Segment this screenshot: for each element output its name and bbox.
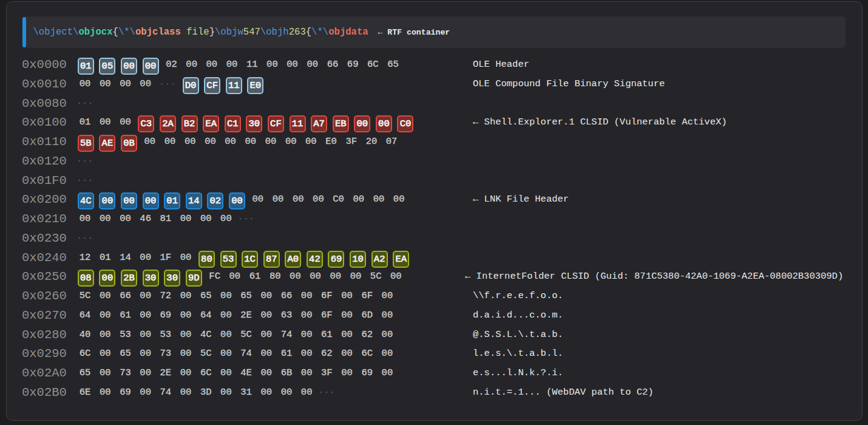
hex-byte: 74 (155, 386, 175, 399)
row-annotation: l.e.s.\.t.a.b.l. (473, 347, 563, 361)
hex-byte: 00 (95, 77, 115, 91)
hex-byte: E0 (321, 135, 341, 149)
hex-byte: 3D (196, 386, 216, 399)
hex-byte: 00 (297, 308, 317, 322)
hex-byte-highlight-slate: 05 (99, 58, 115, 75)
hex-byte: 5C (75, 289, 95, 303)
hex-byte: 00 (220, 135, 240, 149)
hex-byte: 00 (337, 289, 357, 303)
hex-byte: 00 (240, 135, 260, 149)
hex-byte: 6C (357, 347, 377, 361)
hex-byte: 00 (337, 328, 357, 342)
row-annotation: \\f.r.e.e.f.o.o. (473, 289, 563, 303)
hex-byte: 00 (268, 192, 288, 206)
hex-byte: 00 (262, 58, 282, 72)
ellipsis-bytes: ··· (155, 77, 180, 91)
hex-byte-highlight-slate: 01 (78, 58, 94, 75)
hex-byte: 00 (135, 289, 155, 303)
hex-byte: 00 (297, 386, 317, 399)
rtf-token: \objw (215, 27, 243, 38)
row-annotation: ← Shell.Explorer.1 CLSID (Vulnerable Act… (473, 115, 727, 129)
ellipsis-bytes: ··· (75, 231, 95, 245)
hex-byte: 00 (75, 77, 95, 91)
hex-byte: 00 (285, 270, 305, 284)
row-address: 0x0080 (22, 97, 67, 110)
hex-byte: 00 (175, 328, 195, 342)
hex-byte: 00 (95, 347, 115, 361)
hex-byte-highlight-red: 11 (290, 115, 306, 132)
hex-byte: 63 (276, 308, 296, 322)
hex-byte-highlight-red: C0 (397, 115, 413, 132)
hex-byte: 61 (115, 308, 135, 322)
hex-byte: 00 (297, 328, 317, 342)
rtf-token: 547 (243, 27, 260, 38)
hex-row-0x0240: 0x0240120114001F0080531C87A0426910A2EA (0, 251, 868, 268)
hex-byte: 00 (216, 328, 236, 342)
hex-byte: 00 (202, 58, 222, 72)
row-address: 0x0270 (22, 308, 67, 322)
rtf-token: { (306, 27, 311, 38)
hex-byte: 00 (135, 386, 155, 399)
hex-byte-highlight-olive: 87 (263, 251, 280, 268)
hex-byte: 00 (175, 386, 195, 399)
hex-byte-highlight-red: CF (268, 115, 284, 132)
ellipsis-bytes: ··· (317, 386, 337, 399)
hex-byte: 00 (75, 212, 95, 226)
hex-byte: 46 (135, 212, 155, 226)
row-bytes: 650073002E006C004E006B003F006900 (75, 366, 398, 383)
hex-byte: 00 (196, 212, 216, 226)
hex-byte: 66 (322, 58, 342, 72)
hex-byte-highlight-blue: 4C (78, 192, 94, 209)
hex-byte: 6C (196, 366, 216, 380)
hex-byte: 00 (216, 386, 236, 399)
hex-row-0x0270: 0x027064006100690064002E0063006F006D00d.… (0, 308, 868, 325)
hex-byte: 00 (95, 308, 115, 322)
hex-byte-highlight-blue: 02 (207, 192, 223, 209)
hex-byte: 5C (196, 347, 216, 361)
hex-byte: 00 (282, 58, 302, 72)
hex-byte: 00 (337, 347, 357, 361)
hex-byte: 1F (155, 251, 175, 265)
hex-byte: 00 (95, 115, 115, 129)
hex-byte: 00 (216, 308, 236, 322)
hex-byte: 65 (196, 289, 216, 303)
hex-byte: 74 (236, 347, 256, 361)
hex-byte: 00 (305, 270, 325, 284)
hex-byte-highlight-red: 0B (121, 135, 137, 152)
row-bytes: 120114001F0080531C87A0426910A2EA (75, 251, 412, 268)
hex-byte-highlight-blue: 00 (143, 192, 159, 209)
row-address: 0x02A0 (22, 366, 67, 380)
row-address: 0x0280 (22, 328, 67, 342)
row-address: 0x0200 (22, 192, 67, 206)
row-bytes: ··· (75, 231, 95, 248)
hex-byte: 00 (135, 308, 155, 322)
row-annotation: ← InternetFolder CLSID (Guid: 871C5380-4… (465, 270, 843, 284)
hex-byte: 62 (357, 328, 377, 342)
hex-byte-highlight-red: EB (333, 115, 349, 132)
hex-row-0x0120: 0x0120··· (0, 154, 868, 171)
hex-byte: 00 (175, 212, 195, 226)
hex-byte: 00 (115, 212, 135, 226)
hex-byte: 4C (196, 328, 216, 342)
hex-byte: 00 (180, 135, 200, 149)
row-address: 0x0110 (22, 135, 67, 149)
hex-byte: 81 (155, 212, 175, 226)
row-address: 0x0230 (22, 231, 67, 245)
row-annotation: OLE Compound File Binary Signature (473, 77, 665, 91)
hex-byte-highlight-olive: 10 (350, 251, 366, 268)
row-address: 0x01F0 (22, 174, 67, 188)
hex-byte: 4E (236, 366, 256, 380)
row-bytes: 4000530053004C005C00740061006200 (75, 328, 398, 345)
hex-byte: 5C (236, 328, 256, 342)
hex-byte: 66 (276, 289, 296, 303)
hex-byte: 00 (325, 270, 345, 284)
hex-row-0x0080: 0x0080··· (0, 97, 868, 114)
hex-byte: 6D (357, 308, 377, 322)
hex-byte: 00 (308, 192, 328, 206)
hex-byte-highlight-blue: 00 (99, 192, 115, 209)
hex-byte-highlight-red: 00 (376, 115, 392, 132)
hex-byte: 00 (256, 347, 276, 361)
row-address: 0x0120 (22, 154, 67, 168)
rtf-accent-bar (22, 17, 26, 47)
row-bytes: 4C0000000114020000000000C0000000 (75, 192, 409, 209)
